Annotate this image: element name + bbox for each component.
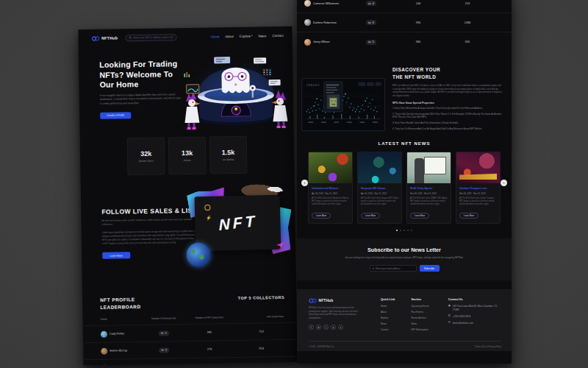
footer-link-past-events[interactable]: Past Events — [411, 311, 429, 314]
footer-link-events-archive[interactable]: Events Archive — [411, 316, 429, 319]
news-title: LATEST NFT NEWS — [308, 141, 501, 146]
discover-list-item: 3. Each Token Has An Owner And This Info… — [392, 121, 503, 125]
news-learn-more-button[interactable]: Learn More — [459, 213, 478, 219]
nav-home[interactable]: Home — [211, 35, 220, 38]
footer-link-explore[interactable]: Explore — [381, 316, 395, 319]
search-input[interactable] — [133, 35, 173, 39]
news-learn-more-button[interactable]: Learn More — [312, 213, 331, 219]
carousel-prev-button[interactable]: ‹ — [301, 180, 308, 186]
email-field[interactable] — [376, 267, 413, 270]
carousel-dot[interactable] — [407, 230, 409, 231]
social-facebook-icon[interactable]: f — [309, 325, 314, 330]
genesis-key-badge: 5 — [159, 330, 168, 336]
key-icon — [368, 40, 371, 43]
site-footer: NFTHub NFTHub is the first choice and lo… — [297, 289, 512, 351]
phone-icon: ✆ — [448, 315, 451, 318]
discover-list-item: 1. Each Token Minted Has A Unique Identi… — [392, 107, 503, 110]
contact-address: 429 Twin Lakes Blvd W, West Columbia, TX… — [453, 305, 500, 311]
leaderboard-section: NFT PROFILE LEADERBOARD TOP 5 COLLECTORS… — [82, 283, 298, 366]
contact-email[interactable]: demo@website.com — [453, 322, 500, 325]
discover-section: TRADES — [297, 52, 512, 131]
trades-chart: TRADES — [301, 78, 385, 131]
stat-artists: 13kArtists — [168, 137, 207, 175]
envelope-icon: ✉ — [448, 322, 451, 325]
footer-link-about[interactable]: About — [381, 311, 395, 314]
avatar — [304, 0, 311, 7]
chart-title: TRADES — [306, 83, 320, 87]
news-card-date: Apr 04, 2022 - Nov 11, 2022 — [361, 192, 398, 195]
nfthub-logo-icon — [309, 298, 317, 303]
canvas-background: { "accent": "#2b50e8", "icons": { "chevr… — [0, 0, 588, 368]
footer-link-home[interactable]: Home — [381, 305, 395, 308]
footer-link-news[interactable]: News — [381, 322, 395, 325]
copyright-text: © 2022 - 2023 NFTHub, Inc — [309, 345, 334, 348]
footer-about: NFTHub is the first choice and loved web… — [309, 307, 360, 320]
news-card: Unbothered Wolves Apr 04, 2022 - Nov 11,… — [308, 152, 353, 224]
avatar — [101, 330, 107, 337]
key-icon — [368, 2, 371, 5]
discover-text: DISACOVER YOUR THE NFT WORLD NFTs are di… — [392, 66, 503, 131]
social-links: f in t o v — [309, 325, 365, 330]
carousel-dot[interactable] — [411, 230, 412, 231]
social-twitter-icon[interactable]: t — [323, 325, 329, 330]
follow-body-2: Sales have absolutely slumped since thei… — [102, 229, 196, 246]
news-learn-more-button[interactable]: Learn More — [361, 213, 380, 219]
social-video-icon[interactable]: v — [338, 325, 343, 330]
key-icon — [368, 21, 371, 24]
footer-link-upcoming-events[interactable]: Upcoming Events — [411, 305, 429, 308]
genesis-key-badge: 3 — [159, 347, 169, 353]
news-card-title: Staff Only Aptos — [410, 186, 448, 190]
discover-title: DISACOVER YOUR THE NFT WORLD — [392, 66, 503, 81]
newsletter-section: Subscribe to our News Letter Join our ma… — [297, 238, 512, 280]
footer-brand-logo[interactable]: NFTHub — [309, 298, 365, 303]
news-card-image — [309, 152, 352, 183]
hero-title: Looking For Trading NFTs? Welcome To Our… — [99, 59, 187, 90]
legal-links[interactable]: Terms of Use | Privacy Policy — [475, 345, 501, 348]
news-card: Outlaw Troopers em Nov 04, 2022 - Nov 14… — [456, 152, 501, 224]
carousel-dot[interactable] — [404, 230, 405, 231]
carousel-dot[interactable] — [396, 230, 398, 231]
nav-news[interactable]: News — [258, 34, 266, 38]
carousel-dot[interactable] — [400, 230, 401, 231]
hero-body: A non-fungible token is a unique digital… — [100, 93, 181, 107]
social-instagram-icon[interactable]: o — [331, 325, 336, 330]
footer-quick-links: Quick Link Home About Explore News Conta… — [381, 298, 395, 334]
pin-icon: ◉ — [448, 305, 451, 308]
genesis-key-badge: 5 — [366, 40, 376, 45]
follow-learn-more-button[interactable]: Learn More — [102, 252, 130, 259]
footer-section-links: Section Upcoming Events Past Events Even… — [411, 298, 429, 334]
pixel-grid-chip — [262, 68, 272, 77]
contact-phone[interactable]: +2325-9654-9653 — [453, 315, 500, 319]
create-profile-button[interactable]: Create a Profile — [100, 112, 131, 119]
avatar — [101, 347, 107, 354]
news-card-body: All The BIG Chief of the Outlaw Troopers… — [459, 197, 497, 206]
hero-section: Looking For Trading NFTs? Welcome To Our… — [79, 44, 294, 133]
email-field-wrap: ✉ — [370, 265, 417, 272]
nav-about[interactable]: About — [225, 34, 234, 38]
news-card-date: Apr 04, 2022 - Nov 11, 2022 — [312, 192, 349, 195]
nav-explore[interactable]: Explore▾ — [240, 34, 253, 38]
news-card-date: Nov 04, 2022 - Nov 14, 2022 — [459, 192, 497, 195]
news-card-body: All The BIG Chief of the STAFF ONLY Apto… — [410, 197, 448, 206]
discover-list-item: 2. They're Not Directly Interchangeable … — [392, 113, 503, 119]
news-card-title: Sequoia Nft Game — [361, 186, 398, 190]
follow-section: FOLLOW LIVE SALES & LISTINGS Be the firs… — [81, 173, 296, 287]
footer-link-news-2[interactable]: News — [411, 322, 429, 325]
avatar — [304, 19, 311, 26]
search-bar[interactable] — [125, 34, 176, 41]
carousel-next-button[interactable]: › — [501, 180, 507, 186]
nav-contact[interactable]: Contact — [272, 33, 283, 37]
footer-link-nft-marketplace[interactable]: NFT Marketplace — [411, 328, 429, 331]
subscribe-button[interactable]: Subscribe — [420, 265, 440, 272]
discover-body: NFTs are different from ERC-20 tokens, s… — [392, 84, 503, 98]
footer-contact: Contact Us ◉ 429 Twin Lakes Blvd W, West… — [448, 298, 500, 334]
carousel-dots — [308, 230, 501, 231]
brand-logo[interactable]: NFTHub — [92, 35, 118, 41]
stat-art-works: 1.5kArt Works — [209, 136, 248, 174]
nft-collage-art: NFT ⚡ — [184, 183, 293, 269]
footer-link-contact[interactable]: Contact — [381, 328, 395, 331]
social-linkedin-icon[interactable]: in — [316, 325, 321, 330]
follow-body-1: Be the first to know when an NFT artwork… — [101, 218, 196, 227]
avatar — [304, 39, 311, 46]
news-learn-more-button[interactable]: Learn More — [410, 213, 429, 219]
